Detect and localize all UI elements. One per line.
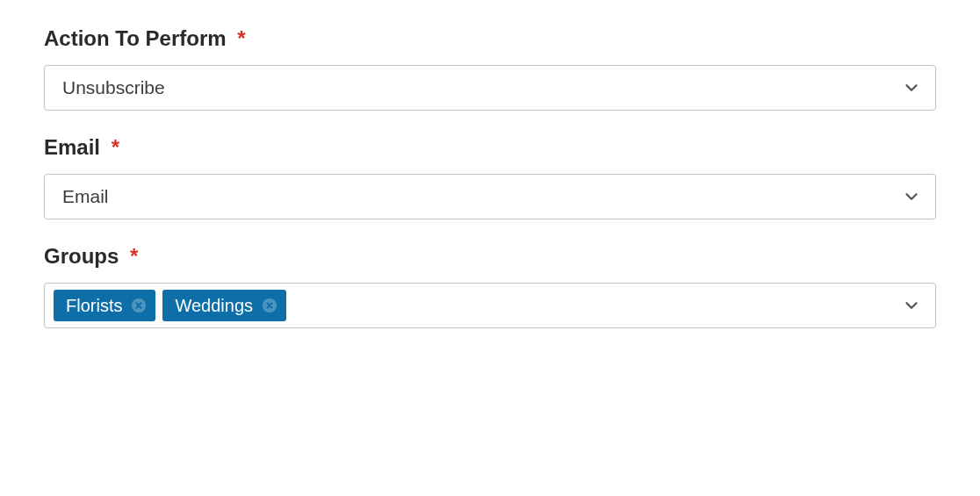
field-email: Email * Email: [44, 135, 936, 219]
action-select[interactable]: Unsubscribe: [44, 65, 936, 111]
tag-label: Weddings: [175, 295, 253, 316]
tag-weddings: Weddings: [162, 290, 286, 321]
groups-label-text: Groups: [44, 244, 119, 268]
email-select-value: Email: [62, 183, 109, 209]
tag-florists: Florists: [54, 290, 155, 321]
field-groups: Groups * Florists Weddings: [44, 244, 936, 328]
tag-remove-weddings[interactable]: [262, 298, 277, 313]
chevron-down-icon: [902, 187, 921, 206]
chevron-down-icon: [902, 78, 921, 97]
chevron-down-icon: [902, 296, 921, 315]
field-action: Action To Perform * Unsubscribe: [44, 26, 936, 111]
tag-remove-florists[interactable]: [131, 298, 147, 313]
required-asterisk: *: [237, 26, 245, 50]
groups-label: Groups *: [44, 244, 936, 269]
email-label: Email *: [44, 135, 936, 160]
email-label-text: Email: [44, 135, 100, 159]
email-select[interactable]: Email: [44, 174, 936, 219]
required-asterisk: *: [130, 244, 138, 268]
required-asterisk: *: [112, 135, 119, 159]
action-label-text: Action To Perform: [44, 26, 227, 50]
tag-label: Florists: [66, 295, 122, 316]
action-select-value: Unsubscribe: [62, 75, 165, 100]
groups-multiselect[interactable]: Florists Weddings: [44, 283, 936, 328]
groups-tags-container: Florists Weddings: [54, 290, 286, 321]
action-label: Action To Perform *: [44, 26, 936, 51]
